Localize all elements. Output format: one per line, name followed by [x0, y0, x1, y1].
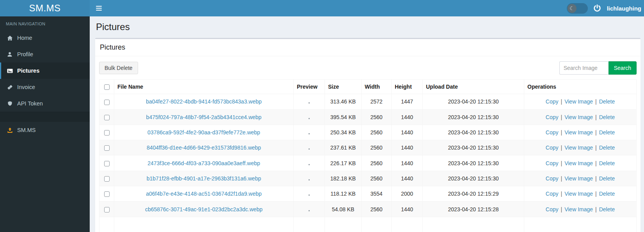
- size-cell: 182.18 KB: [325, 171, 362, 186]
- search-input[interactable]: [559, 61, 609, 75]
- column-header-preview: Preview: [294, 80, 325, 94]
- delete-link[interactable]: Delete: [599, 160, 615, 166]
- delete-link[interactable]: Delete: [599, 191, 615, 197]
- sidebar-item-api-token[interactable]: API Token: [0, 95, 90, 112]
- row-checkbox[interactable]: [104, 176, 110, 182]
- copy-link[interactable]: Copy: [546, 98, 559, 105]
- delete-link[interactable]: Delete: [599, 206, 615, 212]
- search-button[interactable]: Search: [609, 61, 637, 75]
- operations-cell: Copy|View Image|Delete: [524, 171, 637, 186]
- file-name-link[interactable]: 03786ca9-592f-4fe2-90aa-d37f9efe772e.web…: [147, 129, 260, 136]
- brand-logo[interactable]: SM.MS: [0, 0, 90, 16]
- sidebar-item-label: Invoice: [17, 84, 35, 90]
- panel-body: Bulk Delete Search: [95, 56, 640, 232]
- table-row-partial: [99, 217, 637, 232]
- sidebar-item-profile[interactable]: Profile: [0, 46, 90, 62]
- table-row: cb65876c-3071-49ac-91e1-023d2bc2a3dc.web…: [99, 202, 637, 217]
- copy-link[interactable]: Copy: [546, 160, 559, 166]
- preview-cell: [294, 109, 325, 125]
- file-name-link[interactable]: ba04fe27-8022-4bdb-9414-fd573bc843a3.web…: [146, 98, 262, 105]
- size-cell: 237.61 KB: [325, 140, 362, 155]
- view-image-link[interactable]: View Image: [564, 160, 593, 166]
- delete-link[interactable]: Delete: [599, 114, 615, 120]
- preview-cell: [294, 171, 325, 186]
- width-cell: 2560: [362, 140, 392, 155]
- operations-cell: Copy|View Image|Delete: [524, 140, 637, 155]
- row-checkbox[interactable]: [104, 115, 110, 120]
- top-navbar: ☾ lichlaughing: [90, 0, 644, 16]
- delete-link[interactable]: Delete: [599, 175, 615, 182]
- select-all-checkbox[interactable]: [104, 84, 110, 90]
- panel-title: Pictures: [100, 43, 636, 52]
- file-name-link[interactable]: cb65876c-3071-49ac-91e1-023d2bc2a3dc.web…: [145, 206, 263, 212]
- preview-broken-image-icon: [309, 195, 310, 196]
- search-group: Search: [559, 61, 637, 75]
- delete-link[interactable]: Delete: [599, 129, 615, 136]
- view-image-link[interactable]: View Image: [564, 191, 593, 197]
- sidebar-item-invoice[interactable]: Invoice: [0, 79, 90, 95]
- view-image-link[interactable]: View Image: [564, 145, 593, 151]
- view-image-link[interactable]: View Image: [564, 98, 593, 105]
- logout-button[interactable]: [592, 3, 603, 14]
- home-icon: [6, 35, 14, 41]
- delete-link[interactable]: Delete: [599, 145, 615, 151]
- page-title: Pictures: [95, 21, 640, 32]
- row-checkbox[interactable]: [104, 145, 110, 151]
- pictures-panel: Pictures Bulk Delete Search: [95, 38, 640, 232]
- operation-separator: |: [595, 160, 597, 166]
- table-row: b475f024-797a-48b7-9f54-2a5b4341cce4.web…: [99, 109, 637, 125]
- sidebar-item-smms[interactable]: SM.MS: [0, 122, 90, 138]
- row-checkbox[interactable]: [104, 161, 110, 166]
- content-area: Pictures Pictures Bulk Delete Search: [90, 16, 644, 232]
- upload-date-cell: 2023-04-20 12:15:30: [423, 94, 524, 109]
- file-name-cell: ba04fe27-8022-4bdb-9414-fd573bc843a3.web…: [114, 94, 294, 109]
- sidebar-item-pictures[interactable]: Pictures: [0, 62, 90, 79]
- file-name-link[interactable]: b1b71f28-efbb-4901-a17e-2963b3f131a6.web…: [147, 175, 261, 182]
- view-image-link[interactable]: View Image: [564, 206, 593, 212]
- view-image-link[interactable]: View Image: [564, 114, 593, 120]
- row-checkbox[interactable]: [104, 207, 110, 212]
- table-row: 8404ff36-d1ee-4d66-9429-e31573fd9816.web…: [99, 140, 637, 155]
- operations-cell: Copy|View Image|Delete: [524, 202, 637, 217]
- operation-separator: |: [595, 206, 597, 212]
- sidebar-item-home[interactable]: Home: [0, 30, 90, 46]
- file-name-link[interactable]: b475f024-797a-48b7-9f54-2a5b4341cce4.web…: [146, 114, 262, 120]
- dark-mode-toggle[interactable]: ☾: [567, 3, 588, 14]
- username[interactable]: lichlaughing: [607, 5, 641, 12]
- upload-icon: [6, 127, 14, 133]
- operation-separator: |: [561, 160, 562, 166]
- height-cell: 1440: [392, 109, 423, 125]
- copy-link[interactable]: Copy: [546, 191, 559, 197]
- bulk-delete-button[interactable]: Bulk Delete: [99, 62, 138, 74]
- operation-separator: |: [595, 129, 597, 136]
- file-name-cell: b475f024-797a-48b7-9f54-2a5b4341cce4.web…: [114, 109, 294, 125]
- copy-link[interactable]: Copy: [546, 129, 559, 136]
- row-checkbox[interactable]: [104, 191, 110, 197]
- operation-separator: |: [595, 98, 597, 105]
- copy-link[interactable]: Copy: [546, 145, 559, 151]
- file-name-link[interactable]: a06f4b7e-e43e-4148-ac51-03674d2f1da9.web…: [146, 191, 262, 197]
- size-cell: 250.34 KB: [325, 125, 362, 140]
- copy-link[interactable]: Copy: [546, 114, 559, 120]
- pictures-table: File Name Preview Size Width Height Uplo…: [99, 79, 637, 232]
- sidebar-item-label: Pictures: [17, 68, 39, 74]
- view-image-link[interactable]: View Image: [564, 175, 593, 182]
- copy-link[interactable]: Copy: [546, 175, 559, 182]
- sidebar: MAIN NAVIGATION Home Profile Pictures In…: [0, 16, 90, 232]
- file-name-link[interactable]: 8404ff36-d1ee-4d66-9429-e31573fd9816.web…: [147, 145, 261, 151]
- copy-link[interactable]: Copy: [546, 206, 559, 212]
- view-image-link[interactable]: View Image: [564, 129, 593, 136]
- file-name-link[interactable]: 2473f3ce-666d-4f03-a733-090aa0e3aeff.web…: [147, 160, 260, 166]
- upload-date-cell: 2023-04-20 12:15:30: [423, 155, 524, 171]
- row-checkbox[interactable]: [104, 100, 110, 105]
- delete-link[interactable]: Delete: [599, 98, 615, 105]
- sidebar-toggle-button[interactable]: [90, 0, 108, 16]
- operations-cell: Copy|View Image|Delete: [524, 155, 637, 171]
- row-checkbox[interactable]: [104, 130, 110, 136]
- image-icon: [6, 68, 14, 74]
- width-cell: 2560: [362, 155, 392, 171]
- preview-broken-image-icon: [309, 179, 310, 180]
- column-header-size: Size: [325, 80, 362, 94]
- sidebar-item-label: Profile: [17, 51, 33, 57]
- row-select-cell: [99, 202, 114, 217]
